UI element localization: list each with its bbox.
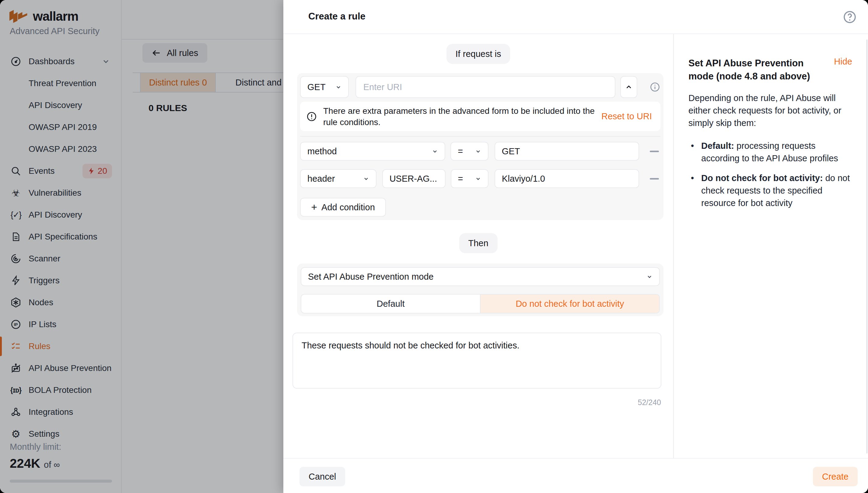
reset-to-uri-link[interactable]: Reset to URI <box>601 111 652 122</box>
chevron-down-icon <box>431 148 438 155</box>
modal-title: Create a rule <box>308 11 366 22</box>
mode-option-default[interactable]: Default <box>301 295 480 313</box>
collapse-advanced-button[interactable] <box>620 76 637 98</box>
minus-icon <box>650 151 659 152</box>
create-button[interactable]: Create <box>813 467 858 486</box>
conditions-card: GET The <box>297 73 664 220</box>
chevron-down-icon <box>646 273 653 280</box>
mode-option-label: Default <box>377 299 405 309</box>
help-bullet: Default: processing requests according t… <box>689 140 855 165</box>
rule-builder-column: If request is GET <box>283 34 673 458</box>
mode-option-do-not-check[interactable]: Do not check for bot activity <box>480 295 659 313</box>
panel-scrollbar[interactable] <box>867 40 867 453</box>
chevron-down-icon <box>363 175 370 182</box>
help-bullet: Do not check for bot activity: do not ch… <box>689 172 855 209</box>
condition-row: header USER-AG... = Klaviyo/1.0 <box>300 169 660 188</box>
chevron-down-icon <box>335 83 342 91</box>
uri-input-wrap <box>355 76 615 98</box>
field-value: header <box>307 174 335 184</box>
help-panel-title: Set API Abuse Prevention mode (node 4.8 … <box>689 57 826 83</box>
help-panel-intro: Depending on the rule, API Abuse will ei… <box>689 92 859 129</box>
action-card: Set API Abuse Prevention mode Default Do… <box>297 263 664 316</box>
header-name-input[interactable]: USER-AG... <box>382 169 446 188</box>
chevron-down-icon <box>475 175 482 182</box>
chevron-up-icon <box>625 83 633 91</box>
condition-value-input[interactable]: Klaviyo/1.0 <box>495 169 639 188</box>
hide-link[interactable]: Hide <box>834 57 852 67</box>
rule-description-textarea[interactable]: These requests should not be checked for… <box>302 341 652 381</box>
condition-value: Klaviyo/1.0 <box>502 174 545 184</box>
operator-select[interactable]: = <box>451 169 489 188</box>
char-counter: 52/240 <box>638 398 661 407</box>
rule-action-select[interactable]: Set API Abuse Prevention mode <box>301 267 660 286</box>
alert-circle-icon <box>306 111 317 122</box>
notice-text: There are extra parameters in the advanc… <box>323 105 601 128</box>
app-window: wallarm Advanced API Security Dashboards… <box>0 0 868 493</box>
uri-row: GET <box>300 76 660 98</box>
help-icon[interactable] <box>842 10 857 24</box>
mode-segmented-control: Default Do not check for bot activity <box>301 294 660 314</box>
if-request-is-pill: If request is <box>447 44 511 64</box>
cancel-button[interactable]: Cancel <box>300 467 345 486</box>
mode-option-label: Do not check for bot activity <box>516 299 624 309</box>
advanced-form-notice: There are extra parameters in the advanc… <box>300 102 660 131</box>
modal-header: Create a rule <box>283 0 868 34</box>
operator-value: = <box>458 174 463 184</box>
modal-backdrop[interactable] <box>0 0 283 493</box>
remove-condition-button[interactable] <box>648 173 660 185</box>
add-condition-label: Add condition <box>321 202 375 212</box>
operator-value: = <box>458 146 463 156</box>
condition-field-select[interactable]: header <box>300 169 376 188</box>
help-panel: Set API Abuse Prevention mode (node 4.8 … <box>673 34 868 458</box>
field-value: method <box>307 146 337 156</box>
bullet-term: Do not check for bot activity: <box>701 173 823 183</box>
minus-icon <box>650 178 659 179</box>
rule-description-box: These requests should not be checked for… <box>292 333 661 389</box>
method-value: GET <box>307 82 326 92</box>
plus-icon: + <box>311 202 317 212</box>
add-condition-button[interactable]: + Add condition <box>300 198 386 217</box>
bullet-term: Default: <box>701 141 734 151</box>
remove-condition-button[interactable] <box>648 145 660 157</box>
condition-row: method = GET <box>300 142 660 161</box>
create-rule-modal: Create a rule If request is GET <box>283 0 868 493</box>
condition-value-input[interactable]: GET <box>495 142 639 161</box>
uri-input[interactable] <box>363 82 607 92</box>
info-icon[interactable] <box>650 82 660 92</box>
condition-field-select[interactable]: method <box>300 142 445 161</box>
then-pill: Then <box>459 233 497 253</box>
modal-footer: Cancel Create <box>283 458 868 493</box>
help-panel-bullets: Default: processing requests according t… <box>689 140 855 209</box>
http-method-select[interactable]: GET <box>300 76 349 98</box>
card-divider <box>300 136 660 137</box>
action-value: Set API Abuse Prevention mode <box>308 272 434 282</box>
condition-value: GET <box>502 146 520 156</box>
operator-select[interactable]: = <box>451 142 489 161</box>
chevron-down-icon <box>475 148 482 155</box>
header-name-value: USER-AG... <box>390 174 437 184</box>
